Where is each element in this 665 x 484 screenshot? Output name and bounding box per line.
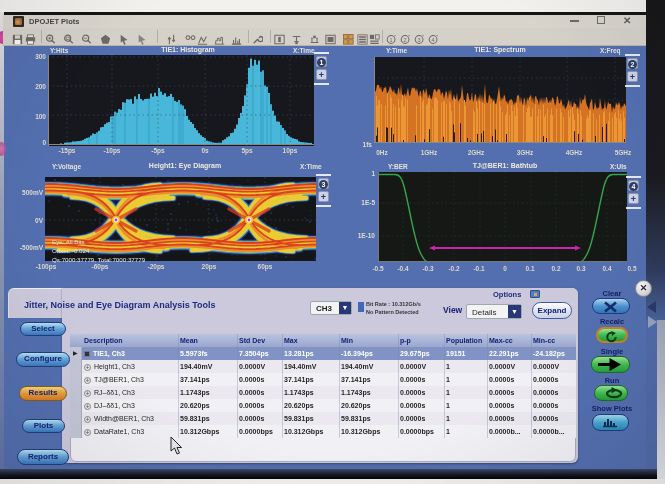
svg-text:4: 4: [432, 37, 435, 43]
svg-text:3: 3: [418, 37, 421, 43]
svg-text:2: 2: [404, 37, 407, 43]
svg-text:1: 1: [390, 37, 393, 43]
